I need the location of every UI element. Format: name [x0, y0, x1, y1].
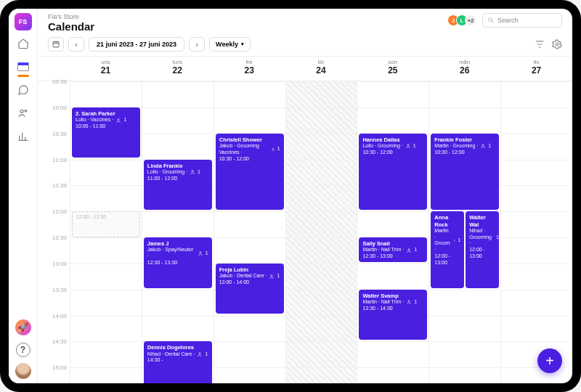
toolbar: ‹ 21 juni 2023 - 27 juni 2023 › Weekly ▾	[38, 34, 572, 56]
svg-point-1	[25, 110, 27, 112]
day-header-27[interactable]: tis27	[500, 57, 572, 81]
event-subtitle: Nihad · Dental Care · 1	[147, 351, 208, 358]
event-title: Hannes Dallas	[362, 136, 423, 143]
svg-point-6	[192, 171, 193, 172]
event-card[interactable]: Linda FrankieLollo · Grooming · 111:00 -…	[144, 160, 212, 211]
svg-point-12	[408, 248, 410, 250]
day-column-25[interactable]: Hannes DallasLollo · Grooming · 110:30 -…	[357, 81, 428, 383]
svg-point-11	[407, 144, 409, 146]
help-icon[interactable]: ?	[16, 343, 31, 357]
event-title: Anna Rock	[434, 214, 460, 228]
participant-chips[interactable]: JL+2	[450, 15, 476, 26]
svg-point-14	[482, 144, 484, 146]
today-button[interactable]	[48, 37, 64, 52]
day-header-22[interactable]: tors22	[142, 57, 214, 81]
event-card[interactable]: Walter SvampMartin · Nail Trim · 113:30 …	[359, 290, 427, 340]
day-column-22[interactable]: Linda FrankieLollo · Grooming · 111:00 -…	[142, 81, 214, 383]
calendar-columns[interactable]: 12:00 - 12:302. Sarah ParkerLollo · Vacc…	[70, 81, 572, 383]
topbar: Fia's Store Calendar JL+2 Search	[38, 9, 572, 34]
svg-point-10	[271, 274, 272, 276]
event-subtitle: Jakob · Spay/Neuter · 1	[147, 247, 208, 260]
event-subtitle: Lollo · Grooming · 1	[362, 143, 423, 150]
day-column-21[interactable]: 12:00 - 12:302. Sarah ParkerLollo · Vacc…	[70, 81, 142, 383]
event-time: 10:30 - 12:00	[434, 150, 495, 156]
event-title: Dennis Dogolores	[147, 344, 208, 351]
event-card[interactable]: Christell ShowerJakob · Grooming Vaccine…	[216, 134, 284, 211]
nav-stats[interactable]	[16, 129, 31, 144]
event-time: 12:30 - 13:30	[147, 260, 208, 266]
event-subtitle: Nihad · Grooming · 1	[469, 228, 495, 247]
event-subtitle: Martin · Grooming · 1	[434, 143, 495, 150]
breadcrumb: Fia's Store	[48, 13, 94, 20]
search-input[interactable]: Search	[482, 13, 562, 28]
day-header-21[interactable]: ons21	[70, 57, 142, 81]
calendar-grid: ons21tors22fre23lör24sön25mån26tis27 09:…	[38, 56, 572, 383]
chevron-down-icon: ▾	[241, 41, 244, 47]
calendar-icon	[17, 62, 29, 71]
event-title: Walter Svamp	[362, 293, 423, 299]
time-label: 11:00	[52, 156, 67, 163]
gear-icon[interactable]	[552, 39, 562, 49]
event-subtitle: Jakob · Dental Care · 1	[219, 273, 280, 279]
event-title: Linda Frankie	[147, 163, 208, 169]
event-time: 10:30 - 12:00	[219, 156, 280, 163]
event-subtitle: Martin · Nail Trim · 1	[362, 247, 423, 253]
prev-button[interactable]: ‹	[68, 37, 84, 52]
event-time: 11:00 - 12:00	[147, 176, 208, 182]
event-card[interactable]: James JJakob · Spay/Neuter · 112:30 - 13…	[144, 237, 212, 288]
event-card[interactable]: 2. Sarah ParkerLollo · Vaccines · 110:00…	[72, 107, 140, 158]
day-header: ons21tors22fre23lör24sön25mån26tis27	[38, 57, 572, 81]
day-column-24[interactable]	[285, 81, 357, 383]
ghost-slot[interactable]: 12:00 - 12:30	[72, 211, 140, 237]
nav-home[interactable]	[16, 36, 31, 51]
next-button[interactable]: ›	[189, 37, 205, 52]
date-range-button[interactable]: 21 juni 2023 - 27 juni 2023	[89, 37, 184, 52]
sidebar: FS 🚀 ?	[9, 9, 38, 383]
page-title: Calendar	[48, 20, 94, 33]
svg-point-0	[20, 110, 23, 113]
nav-users[interactable]	[16, 106, 31, 121]
day-header-26[interactable]: mån26	[428, 57, 500, 81]
chip-+2[interactable]: +2	[465, 15, 476, 26]
event-time: 12:00 - 13:00	[434, 253, 460, 266]
time-label: 13:30	[52, 286, 67, 293]
event-card[interactable]: Sally SnailMartin · Nail Trim · 112:30 -…	[359, 237, 427, 262]
view-mode-button[interactable]: Weekly ▾	[209, 37, 251, 52]
svg-rect-3	[53, 42, 59, 48]
time-label: 12:00	[52, 208, 67, 215]
add-event-button[interactable]: +	[537, 348, 562, 373]
nav-calendar[interactable]	[16, 60, 31, 74]
event-card[interactable]: Frankie FosterMartin · Grooming · 110:30…	[431, 134, 499, 211]
store-logo[interactable]: FS	[15, 13, 32, 30]
event-card[interactable]: Freja LubinJakob · Dental Care · 113:00 …	[216, 264, 284, 314]
svg-point-13	[408, 301, 410, 302]
event-time: 12:30 - 13:00	[362, 253, 423, 260]
day-column-26[interactable]: Frankie FosterMartin · Grooming · 110:30…	[428, 81, 500, 383]
event-subtitle: Lollo · Grooming · 1	[147, 169, 208, 176]
event-subtitle: Martin · Groom · 1	[434, 228, 460, 253]
day-header-25[interactable]: sön25	[357, 57, 428, 81]
day-column-27[interactable]	[500, 81, 572, 383]
event-time: 14:30 -	[147, 357, 208, 364]
svg-point-9	[272, 148, 274, 150]
event-title: James J	[147, 240, 208, 247]
nav-chat[interactable]	[16, 83, 31, 97]
event-card[interactable]: Dennis DogoloresNihad · Dental Care · 11…	[144, 341, 212, 383]
time-label: 14:00	[52, 312, 67, 319]
day-column-23[interactable]: Christell ShowerJakob · Grooming Vaccine…	[214, 81, 285, 383]
svg-point-8	[199, 353, 200, 354]
event-title: Frankie Foster	[434, 136, 495, 143]
day-header-24[interactable]: lör24	[285, 57, 357, 81]
time-label: 13:00	[52, 260, 67, 266]
event-card[interactable]: Hannes DallasLollo · Grooming · 110:30 -…	[359, 134, 427, 211]
day-header-23[interactable]: fre23	[214, 57, 285, 81]
event-card[interactable]: Anna RockMartin · Groom · 112:00 - 13:00	[431, 211, 464, 288]
user-avatar[interactable]	[15, 363, 31, 379]
event-card[interactable]: Walter WalNihad · Grooming · 112:00 - 13…	[466, 211, 499, 288]
filter-icon[interactable]	[535, 39, 545, 49]
rocket-icon[interactable]: 🚀	[15, 319, 31, 335]
time-label: 14:30	[52, 338, 67, 345]
event-time: 13:00 - 14:00	[219, 279, 280, 286]
event-time: 12:00 - 13:00	[469, 247, 495, 260]
search-icon	[487, 17, 495, 24]
